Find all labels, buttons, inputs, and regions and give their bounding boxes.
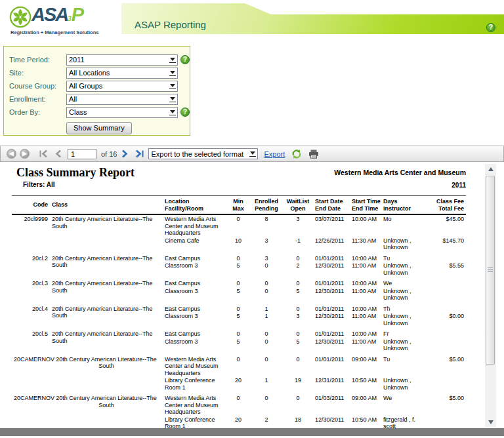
refresh-button[interactable] xyxy=(291,149,302,159)
report-content: Class Summary Report Western Media Arts … xyxy=(0,164,467,428)
cell-loc: East Campus xyxy=(163,305,226,313)
cell-date: 12/30/2011 xyxy=(313,338,350,355)
cell-date: 01/01/2011 xyxy=(313,279,350,287)
first-page-button[interactable] xyxy=(39,149,49,158)
forward-button[interactable]: ▶ xyxy=(20,149,30,159)
cell-wl: 0 xyxy=(283,330,313,338)
cell-class: 20th Century American Literature--The So… xyxy=(50,330,163,355)
report-period: 2011 xyxy=(452,182,466,189)
export-link[interactable]: Export xyxy=(264,150,285,158)
cell-enr: 0 xyxy=(250,330,283,338)
chevron-down-icon xyxy=(250,151,255,155)
table-header: Code Class LocationFacility/Room MinMax … xyxy=(12,196,466,215)
back-button[interactable]: ◀ xyxy=(7,149,16,159)
dropdown-bar xyxy=(169,62,176,63)
last-page-button[interactable] xyxy=(135,149,144,158)
cell-loc: Library Conference Room 1 xyxy=(163,376,226,394)
time-period-value: 2011 xyxy=(69,56,85,64)
cell-wl: 18 xyxy=(283,416,313,429)
cell-time: 10:00 AM xyxy=(350,330,381,338)
page-number-input[interactable] xyxy=(68,149,96,159)
cell-time: 10:00 AM xyxy=(350,214,381,237)
cell-date: 12/26/2011 xyxy=(313,237,350,254)
arrow-down-icon xyxy=(488,420,494,424)
table-row: 20CAMERNOV20th Century American Literatu… xyxy=(12,355,466,377)
cell-wl: 5 xyxy=(283,287,313,305)
report-viewer: Class Summary Report Western Media Arts … xyxy=(0,164,504,428)
cell-loc: East Campus xyxy=(163,279,226,287)
header-help-icon[interactable]: ? xyxy=(486,23,495,32)
cell-class: 20th Century American Literature--The So… xyxy=(50,279,163,305)
vertical-scrollbar[interactable] xyxy=(485,164,496,428)
arrow-up-icon xyxy=(488,167,494,171)
enrollment-select[interactable]: All xyxy=(66,94,178,105)
page: ASA3P Registration + Management Solution… xyxy=(0,0,504,438)
col-enrolled-pending: EnrolledPending xyxy=(250,196,283,215)
cell-days: Th xyxy=(381,305,426,313)
cell-fee: $0.00 xyxy=(426,312,466,330)
next-page-button[interactable] xyxy=(121,149,129,158)
table-row: 20CAMERNOV20th Century American Literatu… xyxy=(12,394,466,416)
site-select[interactable]: All Locations xyxy=(66,68,178,79)
grip-icon xyxy=(488,268,493,272)
course-group-select[interactable]: All Groups xyxy=(66,81,178,92)
cell-fee: $5.55 xyxy=(426,262,466,279)
col-class: Class xyxy=(50,196,163,215)
chevron-down-icon xyxy=(170,71,175,74)
cell-wl: 19 xyxy=(283,376,313,394)
dropdown-bar xyxy=(169,115,176,115)
dropdown-bar xyxy=(249,156,256,157)
cell-days: Unknown , Unknown xyxy=(381,338,426,355)
order-by-help-icon[interactable]: ? xyxy=(180,108,190,117)
show-summary-button[interactable]: Show Summary xyxy=(66,122,132,134)
cell-class: 20th Century American Literature--The So… xyxy=(50,394,163,428)
cell-date: 12/31/2011 xyxy=(313,376,350,394)
cell-fee: $5.00 xyxy=(426,355,466,377)
cell-time: 10:00 AM xyxy=(350,254,381,262)
cell-fee xyxy=(426,254,466,262)
cell-min: 0 xyxy=(226,355,250,377)
asap-logo: ASA3P Registration + Management Solution… xyxy=(9,5,114,35)
cell-class: 20th Century American Literature--The So… xyxy=(50,305,163,330)
scroll-down-button[interactable] xyxy=(485,417,496,428)
col-dates: Start DateEnd Date xyxy=(313,196,350,215)
asap-swirl-icon xyxy=(9,6,32,28)
cell-class: 20th Century American Literature--The So… xyxy=(50,214,163,254)
cell-enr: 0 xyxy=(250,338,283,355)
cell-min: 10 xyxy=(226,237,250,254)
print-button[interactable] xyxy=(308,149,319,159)
scrollbar-thumb[interactable] xyxy=(486,176,495,365)
cell-time: 10:00 AM xyxy=(350,279,381,287)
cell-days: Fr xyxy=(381,330,426,338)
table-row: 20cl.220th Century American Literature--… xyxy=(12,254,466,262)
cell-code: 20cl.3 xyxy=(12,279,50,305)
cell-loc: Classroom 3 xyxy=(163,262,226,279)
report-title: Class Summary Report xyxy=(16,166,135,180)
time-period-help-icon[interactable]: ? xyxy=(180,55,190,64)
cell-loc: Classroom 3 xyxy=(163,338,226,355)
page-title: ASAP Reporting xyxy=(135,19,206,30)
cell-time: 11:00 AM xyxy=(350,287,381,305)
export-format-select[interactable]: Export to the selected format xyxy=(148,148,258,159)
order-by-select[interactable]: Class xyxy=(66,107,178,118)
cell-date: 01/01/2011 xyxy=(313,254,350,262)
cell-loc: Classroom 3 xyxy=(163,287,226,305)
enrollment-label: Enrollment: xyxy=(9,95,66,103)
course-group-value: All Groups xyxy=(69,82,102,90)
time-period-select[interactable]: 2011 xyxy=(66,54,178,66)
chevron-down-icon xyxy=(170,58,175,61)
printer-icon xyxy=(308,149,319,159)
cell-wl: 3 xyxy=(283,312,313,330)
cell-min: 5 xyxy=(226,287,250,305)
cell-loc: Cinema Cafe xyxy=(163,237,226,254)
prev-page-button[interactable] xyxy=(54,149,62,158)
cell-days: Unknown , Unknown xyxy=(381,312,426,330)
cell-time: 10:50 AM xyxy=(350,376,381,394)
cell-wl: 2 xyxy=(283,262,313,279)
scroll-up-button[interactable] xyxy=(485,164,496,174)
cell-loc: Western Media Arts Center and Museum Hea… xyxy=(163,355,226,377)
cell-enr: 3 xyxy=(250,237,283,254)
filter-panel: Time Period: 2011 ? Site: All Locations … xyxy=(3,46,190,136)
cell-min: 0 xyxy=(226,305,250,313)
cell-min: 0 xyxy=(226,330,250,338)
